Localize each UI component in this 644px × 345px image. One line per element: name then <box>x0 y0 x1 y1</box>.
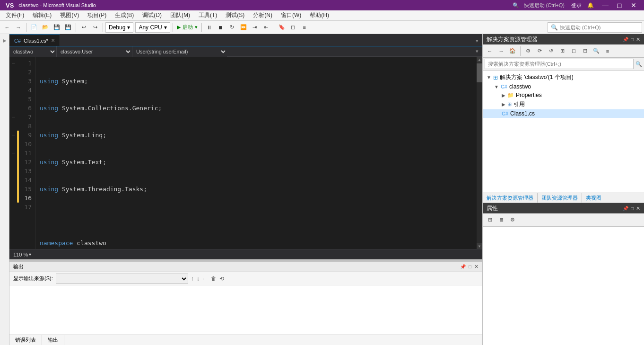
redo-button[interactable]: ↪ <box>90 22 100 33</box>
se-forward-btn[interactable]: → <box>496 46 506 56</box>
close-button[interactable]: ✕ <box>627 0 640 10</box>
platform-dropdown[interactable]: Any CPU ▾ <box>135 22 170 33</box>
se-back-btn[interactable]: ← <box>485 46 495 56</box>
quick-launch-title[interactable]: 快速启动 (Ctrl+Q) <box>524 2 565 9</box>
prop-settings-btn[interactable]: ⚙ <box>507 215 518 225</box>
output-source-selector[interactable] <box>56 274 188 284</box>
tab-close-button[interactable]: ✕ <box>51 38 55 43</box>
se-settings-btn[interactable]: ≡ <box>602 46 613 56</box>
nav-scroll-button[interactable]: ▾ <box>472 46 482 57</box>
fold-9[interactable]: − <box>9 131 17 140</box>
bookmark-button[interactable]: 🔖 <box>277 22 287 33</box>
minimize-button[interactable]: — <box>599 0 612 10</box>
save-all-button[interactable]: 💾 <box>63 22 73 33</box>
class-selector[interactable]: classtwo.User <box>57 46 132 57</box>
restore-button[interactable]: ◻ <box>613 0 626 10</box>
output-clear-btn[interactable]: 🗑 <box>211 275 217 282</box>
se-pin-btn[interactable]: 📌 <box>623 37 628 42</box>
menu-file[interactable]: 文件(F) <box>2 10 28 20</box>
tree-project[interactable]: ▼ C# classtwo <box>483 82 644 91</box>
menu-build[interactable]: 生成(B) <box>111 10 138 20</box>
save-button[interactable]: 💾 <box>52 22 62 33</box>
prop-sort-btn[interactable]: ⊞ <box>485 215 495 225</box>
debug-btn-3[interactable]: ↻ <box>227 22 237 33</box>
se-search-btn[interactable]: 🔍 <box>591 46 601 56</box>
se-btn-5[interactable]: ◻ <box>568 46 579 56</box>
member-selector[interactable]: User(string userEmail) <box>132 46 227 57</box>
debug-btn-5[interactable]: ⇥ <box>250 22 260 33</box>
login-label[interactable]: 登录 <box>571 2 582 9</box>
start-button[interactable]: ▶ 启动 ▾ <box>175 22 199 33</box>
menu-tools[interactable]: 工具(T) <box>195 10 221 20</box>
back-button[interactable]: ← <box>2 22 12 33</box>
output-down-btn[interactable]: ↓ <box>197 275 200 282</box>
prop-pin-btn[interactable]: 📌 <box>623 206 628 211</box>
menu-window[interactable]: 窗口(W) <box>277 10 305 20</box>
menu-project[interactable]: 项目(P) <box>84 10 110 20</box>
right-tab-class[interactable]: 类视图 <box>582 193 605 203</box>
output-close-btn[interactable]: ✕ <box>474 264 479 270</box>
more-button[interactable]: ≡ <box>299 22 310 33</box>
menu-analyze[interactable]: 分析(N) <box>249 10 276 20</box>
output-float-btn[interactable]: □ <box>469 264 471 269</box>
tab-output[interactable]: 输出 <box>42 335 64 345</box>
menu-debug[interactable]: 调试(D) <box>139 10 165 20</box>
tree-properties[interactable]: ▶ 📁 Properties <box>483 91 644 99</box>
zoom-dropdown-icon[interactable]: ▾ <box>29 252 31 257</box>
prop-float-btn[interactable]: □ <box>631 206 634 211</box>
fold-11[interactable]: − <box>9 149 17 158</box>
code-editor[interactable]: − − − − <box>9 57 482 249</box>
menu-edit[interactable]: 编辑(E) <box>29 10 55 20</box>
debug-btn-2[interactable]: ⏹ <box>216 22 226 33</box>
se-btn-6[interactable]: ⊟ <box>580 46 590 56</box>
se-home-btn[interactable]: 🏠 <box>507 46 518 56</box>
prop-close-btn[interactable]: ✕ <box>636 205 640 212</box>
output-up-btn[interactable]: ↑ <box>191 275 194 282</box>
menu-help[interactable]: 帮助(H) <box>306 10 333 20</box>
se-close-btn[interactable]: ✕ <box>636 36 640 43</box>
scroll-down-btn[interactable]: ▼ <box>477 243 482 249</box>
activity-icon-1[interactable]: ▶ <box>2 36 7 45</box>
output-pin-btn[interactable]: 📌 <box>460 264 466 269</box>
open-button[interactable]: 📂 <box>40 22 51 33</box>
vertical-scrollbar[interactable]: ▲ ▼ <box>477 57 482 249</box>
undo-button[interactable]: ↩ <box>78 22 89 33</box>
se-btn-2[interactable]: ⟳ <box>534 46 545 56</box>
tree-solution[interactable]: ▼ ⊞ 解决方案 'classtwo'(1 个项目) <box>483 72 644 82</box>
tree-references[interactable]: ▶ ⊞ 引用 <box>483 99 644 109</box>
scroll-up-btn[interactable]: ▲ <box>477 57 482 62</box>
new-button[interactable]: 📄 <box>29 22 39 33</box>
menu-test[interactable]: 测试(S) <box>222 10 248 20</box>
quick-launch-bar[interactable]: 🔍 <box>548 22 642 33</box>
debug-mode-dropdown[interactable]: Debug ▾ <box>105 22 133 33</box>
code-content[interactable]: using System; using System.Collections.G… <box>36 57 477 249</box>
tab-list-button[interactable]: ▾ <box>472 35 482 46</box>
menu-team[interactable]: 团队(M) <box>166 10 194 20</box>
zoom-label[interactable]: 110 % <box>13 252 28 257</box>
se-float-btn[interactable]: □ <box>631 37 634 42</box>
right-tab-solution[interactable]: 解决方案资源管理器 <box>483 193 538 203</box>
se-btn-3[interactable]: ↺ <box>546 46 556 56</box>
output-wrap-btn[interactable]: ⟲ <box>219 275 224 282</box>
debug-win-btn[interactable]: ◻ <box>288 22 298 33</box>
tab-file-icon: C# <box>14 38 21 44</box>
fold-7[interactable]: − <box>9 113 17 122</box>
output-left-btn[interactable]: ← <box>202 275 208 282</box>
debug-btn-4[interactable]: ⏩ <box>238 22 249 33</box>
menu-view[interactable]: 视图(V) <box>56 10 83 20</box>
fold-1[interactable]: − <box>9 59 17 68</box>
quick-launch-input[interactable] <box>560 25 639 30</box>
solution-search-input[interactable] <box>485 59 634 69</box>
scroll-thumb[interactable] <box>477 63 482 82</box>
file-selector[interactable]: classtwo <box>9 46 57 57</box>
forward-button[interactable]: → <box>13 22 24 33</box>
tab-error-list[interactable]: 错误列表 <box>9 335 42 345</box>
se-btn-1[interactable]: ⚙ <box>523 46 533 56</box>
se-btn-4[interactable]: ⊞ <box>557 46 567 56</box>
debug-btn-6[interactable]: ⇤ <box>261 22 271 33</box>
debug-btn-1[interactable]: ⏸ <box>204 22 215 33</box>
tab-class1cs[interactable]: C# Class1.cs* ✕ <box>9 35 60 46</box>
right-tab-team[interactable]: 团队资源管理器 <box>538 193 582 203</box>
prop-cat-btn[interactable]: ≣ <box>496 215 506 225</box>
tree-class1cs[interactable]: C# Class1.cs <box>483 109 644 118</box>
